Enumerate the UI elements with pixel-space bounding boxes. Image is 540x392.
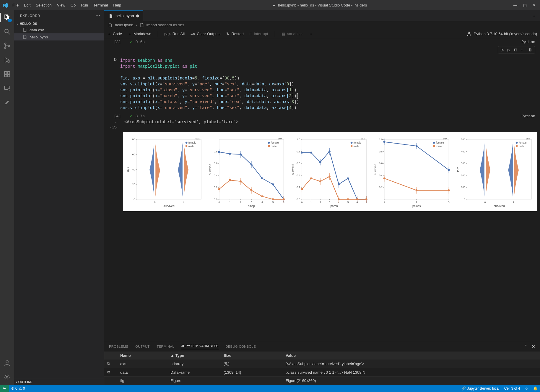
breadcrumbs[interactable]: hello.ipynb › import seaborn as sns — [104, 21, 540, 29]
status-cell-position[interactable]: Cell 3 of 4 — [502, 386, 523, 391]
status-feedback-icon[interactable]: ☺ — [523, 386, 531, 391]
add-code-button[interactable]: ＋ Code — [107, 31, 122, 37]
svg-text:0.8: 0.8 — [214, 150, 217, 153]
close-icon[interactable]: ✕ — [533, 3, 536, 7]
outline-label: OUTLINE — [18, 380, 32, 384]
sidebar-folder-header[interactable]: ⌄ HELLO_DS — [14, 21, 104, 26]
menu-file[interactable]: File — [12, 3, 19, 7]
run-cell-icon[interactable]: ▷ — [501, 48, 504, 52]
var-value: [<AxesSubplot:xlabel='survived', ylabel=… — [286, 362, 537, 366]
notebook-scroll[interactable]: [3] ✔ 0.6s Python ▷ ▷̲ ⊟ ⋯ 🗑 ▷ import se… — [104, 39, 540, 341]
svg-point-0 — [5, 29, 8, 33]
svg-text:2: 2 — [240, 201, 242, 204]
tab-hello-ipynb[interactable]: hello.ipynb — [104, 10, 144, 21]
col-name[interactable]: Name — [120, 353, 170, 358]
svg-point-12 — [6, 361, 8, 363]
status-bell-icon[interactable]: 🔔 — [531, 386, 540, 391]
maximize-icon[interactable]: ▢ — [523, 3, 527, 7]
activity-bar: 1 — [0, 10, 14, 385]
remote-indicator[interactable] — [0, 385, 9, 392]
panel-tab-jupyter-variables[interactable]: JUPYTER: VARIABLES — [181, 344, 219, 349]
svg-text:sex: sex — [278, 137, 282, 140]
svg-text:0: 0 — [134, 198, 135, 201]
col-value[interactable]: Value — [286, 353, 537, 358]
menu-terminal[interactable]: Terminal — [93, 3, 108, 7]
activitybar-jupyter-icon[interactable] — [3, 98, 11, 107]
panel-close-icon[interactable]: ✕ — [532, 344, 536, 349]
popout-icon[interactable]: ⧉ — [107, 370, 120, 375]
popout-icon[interactable]: ⧉ — [107, 361, 120, 366]
svg-text:survived: survived — [374, 164, 377, 175]
dirty-dot-icon — [136, 14, 139, 17]
svg-point-3 — [5, 47, 6, 49]
breadcrumb-cell: import seaborn as sns — [147, 23, 184, 27]
variables-toolbar-button[interactable]: ▦ Variables — [282, 32, 302, 36]
activitybar-extensions-icon[interactable] — [3, 70, 11, 78]
svg-text:survived: survived — [209, 164, 212, 175]
col-type[interactable]: ▲ Type — [170, 353, 224, 358]
tab-overflow-icon[interactable]: ⋯ — [527, 10, 540, 21]
restart-button[interactable]: ↻ Restart — [226, 32, 244, 36]
menu-go[interactable]: Go — [71, 3, 76, 7]
svg-point-160 — [351, 145, 353, 147]
variable-row[interactable]: ⧉dataDataFrame(1309, 14)pclass survived … — [104, 368, 540, 377]
svg-text:0.6: 0.6 — [214, 162, 217, 165]
code-editor[interactable]: import seaborn as snsimport matplotlib.p… — [120, 55, 537, 113]
panel-tab-problems[interactable]: PROBLEMS — [109, 345, 128, 348]
col-size[interactable]: Size — [224, 353, 286, 358]
panel-tab-output[interactable]: OUTPUT — [135, 345, 149, 348]
svg-point-30 — [186, 142, 188, 144]
activitybar-scm-icon[interactable] — [3, 42, 11, 50]
panel-tab-terminal[interactable]: TERMINAL — [157, 345, 174, 348]
activitybar-account-icon[interactable] — [3, 359, 11, 367]
add-markdown-button[interactable]: ＋ Markdown — [128, 31, 151, 37]
activitybar-remote-explorer-icon[interactable] — [3, 84, 11, 92]
activitybar-settings-icon[interactable] — [3, 373, 11, 381]
chevron-down-icon: ⌄ — [16, 22, 19, 25]
var-type: ndarray — [170, 362, 224, 366]
interrupt-button[interactable]: □ Interrupt — [250, 32, 268, 36]
panel-maximize-icon[interactable]: ˄ — [525, 344, 527, 349]
delete-cell-icon[interactable]: 🗑 — [528, 48, 532, 52]
svg-text:40: 40 — [132, 168, 135, 171]
status-problems[interactable]: ⊘ 0 ⚠ 0 — [9, 386, 27, 391]
svg-text:300: 300 — [461, 162, 465, 165]
panel-tab-debug-console[interactable]: DEBUG CONSOLE — [226, 345, 256, 348]
cell-run-gutter-icon[interactable]: ▷ — [114, 57, 117, 113]
minimize-icon[interactable]: — — [513, 3, 517, 7]
status-jupyter-server[interactable]: 🔗 Jupyter Server: local — [459, 386, 502, 391]
svg-text:male: male — [188, 145, 194, 148]
sidebar-more-icon[interactable]: ⋯ — [95, 13, 100, 18]
exec-time: 8.7s — [136, 114, 145, 118]
outline-section[interactable]: › OUTLINE — [14, 379, 104, 385]
file-hello-ipynb[interactable]: hello.ipynb — [14, 33, 104, 40]
menu-run[interactable]: Run — [81, 3, 88, 7]
svg-text:0.4: 0.4 — [214, 174, 217, 177]
menu-edit[interactable]: Edit — [24, 3, 30, 7]
run-by-line-icon[interactable]: ▷̲ — [508, 48, 510, 52]
kernel-picker[interactable]: Python 3.7.10 64-bit ('myenv': conda) — [466, 31, 537, 37]
activitybar-search-icon[interactable] — [3, 27, 11, 36]
toolbar-more-icon[interactable]: ⋯ — [308, 32, 312, 36]
variable-row[interactable]: figFigureFigure(2160x360) — [104, 377, 540, 385]
svg-point-216 — [515, 142, 518, 144]
activitybar-run-icon[interactable] — [3, 56, 11, 64]
cell-action-bar: ▷ ▷̲ ⊟ ⋯ 🗑 — [104, 45, 540, 53]
file-data-csv[interactable]: data.csv — [14, 26, 104, 33]
code-output-icon[interactable]: </> — [107, 126, 120, 130]
output-mime-row: </> — [104, 125, 540, 131]
cell-more-icon[interactable]: ⋯ — [521, 48, 525, 52]
code-cell[interactable]: ▷ import seaborn as snsimport matplotlib… — [104, 55, 540, 113]
menu-selection[interactable]: Selection — [36, 3, 51, 7]
plot-1: 0.00.20.40.60.80123458sibspsurvivedsexfe… — [208, 135, 287, 210]
file-icon — [108, 23, 113, 27]
vscode-logo-icon — [2, 2, 8, 8]
clear-outputs-button[interactable]: ≡× Clear Outputs — [191, 32, 220, 36]
variable-row[interactable]: ⧉axsndarray(5,)[<AxesSubplot:xlabel='sur… — [104, 360, 540, 368]
activitybar-explorer-icon[interactable]: 1 — [3, 13, 11, 22]
menu-view[interactable]: View — [57, 3, 65, 7]
svg-text:0.6: 0.6 — [297, 162, 300, 165]
run-all-button[interactable]: ▷ ▷ Run All — [165, 32, 185, 36]
split-cell-icon[interactable]: ⊟ — [514, 48, 517, 52]
menu-help[interactable]: Help — [113, 3, 121, 7]
